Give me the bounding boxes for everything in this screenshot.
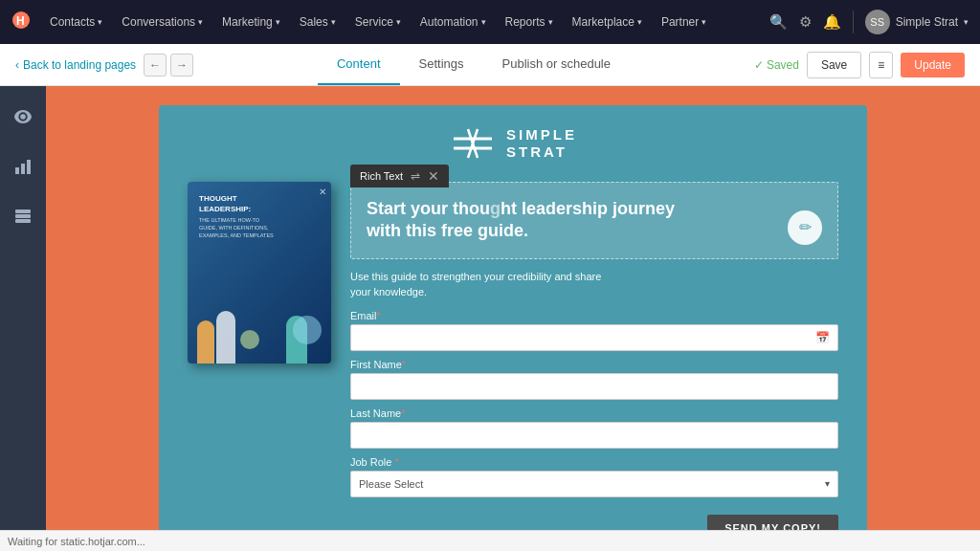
job-role-field-group: Job Role * Please Select ▾ (350, 456, 838, 497)
sidebar-eye-icon[interactable] (8, 101, 38, 132)
sidebar-layers-icon[interactable] (8, 201, 38, 231)
nav-contacts[interactable]: Contacts ▾ (42, 11, 110, 33)
chevron-down-icon: ▾ (637, 17, 642, 27)
link-icon[interactable]: ⇌ (411, 169, 420, 183)
book-cover: ✕ THOUGHTLEADERSHIP: THE ULTIMATE HOW-TO… (188, 182, 331, 364)
simple-strat-logo: SIMPLE STRAT (449, 124, 577, 163)
book-subtitle: THE ULTIMATE HOW-TOGUIDE, WITH DEFINITIO… (199, 217, 320, 239)
first-name-label: First Name* (350, 359, 838, 370)
nav-utilities: 🔍 ⚙ 🔔 (769, 13, 841, 31)
hero-text-box[interactable]: Start your thought leadership journeywit… (350, 182, 838, 259)
content-area: SIMPLE STRAT ✕ THOUGHTLEADERSHIP: THE UL… (46, 86, 980, 551)
svg-rect-4 (27, 160, 31, 174)
checkmark-icon: ✓ (754, 58, 764, 72)
tab-content[interactable]: Content (318, 44, 400, 85)
search-icon[interactable]: 🔍 (769, 13, 788, 31)
nav-conversations[interactable]: Conversations ▾ (114, 11, 211, 33)
chevron-down-icon: ▾ (331, 17, 336, 27)
svg-rect-5 (15, 209, 31, 213)
chevron-down-icon: ▾ (98, 17, 102, 27)
chevron-down-icon: ▾ (276, 17, 280, 27)
form-description: Use this guide to strengthen your credib… (350, 269, 838, 300)
job-role-select[interactable]: Please Select ▾ (350, 471, 838, 497)
calendar-icon: 📅 (815, 331, 830, 344)
svg-text:H: H (16, 14, 25, 28)
select-placeholder: Please Select (359, 478, 423, 490)
edit-pencil-button[interactable]: ✏ (788, 210, 822, 245)
page-logo-area: SIMPLE STRAT (159, 105, 867, 182)
svg-rect-3 (21, 164, 25, 174)
svg-rect-7 (15, 219, 31, 223)
nav-reports[interactable]: Reports ▾ (498, 11, 561, 33)
rich-text-label: Rich Text (360, 170, 403, 182)
first-name-field-group: First Name* (350, 359, 838, 400)
status-bar: Waiting for static.hotjar.com... (0, 530, 980, 551)
notifications-icon[interactable]: 🔔 (823, 13, 841, 31)
update-button[interactable]: Update (901, 53, 965, 77)
page-content-row: ✕ THOUGHTLEADERSHIP: THE ULTIMATE HOW-TO… (159, 182, 867, 551)
settings-icon[interactable]: ⚙ (799, 13, 812, 31)
main-area: SIMPLE STRAT ✕ THOUGHTLEADERSHIP: THE UL… (0, 86, 980, 551)
hubspot-logo[interactable]: H (11, 11, 31, 34)
nav-marketplace[interactable]: Marketplace ▾ (565, 11, 650, 33)
email-field-group: Email* 📅 (350, 310, 838, 351)
chevron-down-icon: ▾ (396, 17, 401, 27)
nav-automation[interactable]: Automation ▾ (412, 11, 494, 33)
hero-text: Start your thought leadership journeywit… (367, 198, 822, 243)
page-tabs: Content Settings Publish or schedule (193, 44, 754, 85)
landing-page-preview: SIMPLE STRAT ✕ THOUGHTLEADERSHIP: THE UL… (159, 105, 867, 551)
form-fields: Use this guide to strengthen your credib… (350, 259, 838, 541)
rich-text-toolbar: Rich Text ⇌ ✕ (350, 165, 449, 187)
chevron-down-icon: ▾ (481, 17, 486, 27)
chevron-down-icon: ▾ (198, 17, 203, 27)
toolbar-close-button[interactable]: ✕ (428, 168, 439, 184)
select-arrow-icon: ▾ (825, 478, 830, 489)
last-name-label: Last Name* (350, 408, 838, 419)
last-name-field-group: Last Name* (350, 408, 838, 449)
back-arrow-icon: ‹ (15, 58, 19, 72)
nav-sales[interactable]: Sales ▾ (292, 11, 344, 33)
user-menu[interactable]: SS Simple Strat ▾ (865, 10, 969, 34)
tab-publish[interactable]: Publish or schedule (483, 44, 630, 85)
first-name-input[interactable] (350, 373, 838, 400)
back-to-landing-pages[interactable]: ‹ Back to landing pages (15, 58, 136, 72)
job-role-label: Job Role * (350, 456, 838, 468)
chevron-down-icon: ▾ (548, 17, 553, 27)
more-options-button[interactable]: ≡ (869, 52, 893, 78)
chevron-down-icon: ▾ (702, 17, 706, 27)
user-chevron-icon: ▾ (964, 17, 969, 27)
tab-settings[interactable]: Settings (400, 44, 483, 85)
svg-rect-6 (15, 214, 31, 218)
status-text: Waiting for static.hotjar.com... (8, 536, 145, 547)
redo-button[interactable]: → (170, 54, 193, 77)
email-input[interactable]: 📅 (350, 324, 838, 351)
saved-status: ✓ Saved (754, 58, 799, 72)
top-navigation: H Contacts ▾ Conversations ▾ Marketing ▾… (0, 0, 980, 44)
nav-partner[interactable]: Partner ▾ (654, 11, 714, 33)
nav-divider (853, 11, 854, 33)
undo-button[interactable]: ← (144, 54, 167, 77)
history-nav: ← → (144, 54, 193, 77)
sidebar-chart-icon[interactable] (8, 151, 38, 182)
book-title: THOUGHTLEADERSHIP: (199, 193, 320, 214)
form-area: Rich Text ⇌ ✕ Start your thought leaders… (350, 182, 838, 541)
sub-nav-actions: ✓ Saved Save ≡ Update (754, 52, 965, 78)
left-sidebar (0, 86, 46, 551)
nav-service[interactable]: Service ▾ (347, 11, 409, 33)
sub-navigation: ‹ Back to landing pages ← → Content Sett… (0, 44, 980, 86)
save-button[interactable]: Save (807, 52, 861, 78)
email-label: Email* (350, 310, 838, 321)
avatar: SS (865, 10, 890, 34)
svg-rect-2 (15, 167, 19, 174)
nav-marketing[interactable]: Marketing ▾ (214, 11, 288, 33)
last-name-input[interactable] (350, 422, 838, 449)
